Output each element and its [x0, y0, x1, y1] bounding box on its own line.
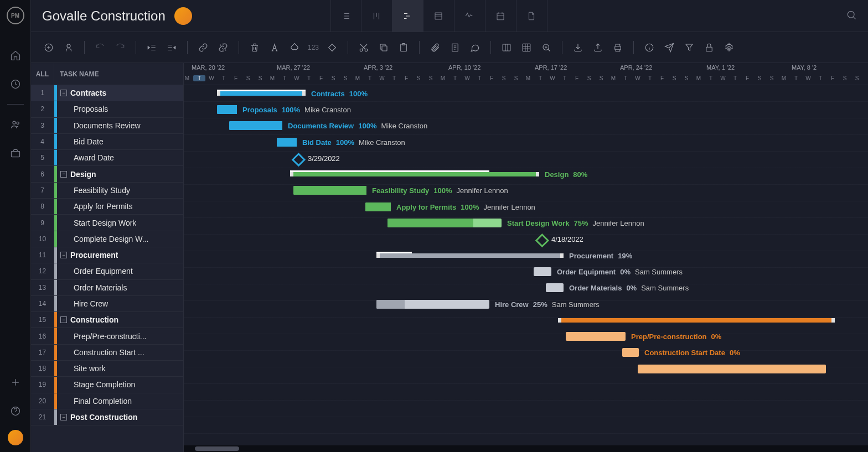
lock-icon[interactable]	[700, 39, 718, 56]
comments-icon[interactable]	[466, 39, 484, 56]
link-icon[interactable]	[194, 39, 212, 56]
day-label: T	[449, 75, 461, 81]
task-row[interactable]: 8 Apply for Permits	[31, 199, 183, 215]
task-row[interactable]: 3 Documents Review	[31, 118, 183, 134]
row-number: 21	[31, 409, 54, 425]
gantt-task-bar[interactable]: Start Design Work75%Jennifer Lennon	[388, 219, 502, 227]
home-icon[interactable]	[6, 45, 25, 65]
assign-icon[interactable]	[60, 39, 78, 56]
gantt-task-bar[interactable]	[638, 365, 826, 373]
task-row[interactable]: 19 Stage Completion	[31, 377, 183, 393]
help-icon[interactable]	[6, 401, 25, 421]
task-row[interactable]: 9 Start Design Work	[31, 215, 183, 231]
gantt-summary-bar[interactable]	[558, 318, 835, 323]
export-icon[interactable]	[589, 39, 607, 56]
collapse-icon[interactable]: −	[60, 316, 67, 323]
delete-icon[interactable]	[246, 39, 264, 56]
gantt-task-bar[interactable]: Prep/Pre-construction0%	[566, 332, 626, 341]
import-icon[interactable]	[569, 39, 587, 56]
unlink-icon[interactable]	[214, 39, 232, 56]
briefcase-icon[interactable]	[6, 143, 25, 163]
gantt-summary-bar[interactable]: Design80%	[290, 172, 539, 176]
collapse-icon[interactable]: −	[60, 414, 67, 420]
columns-icon[interactable]	[498, 39, 515, 56]
task-row[interactable]: 14 Hire Crew	[31, 296, 183, 312]
gantt-summary-bar[interactable]: Contracts100%	[217, 91, 306, 96]
task-row[interactable]: 12 Order Equipment	[31, 263, 183, 279]
clock-icon[interactable]	[6, 74, 25, 94]
redo-icon[interactable]	[111, 39, 129, 56]
gantt-task-bar[interactable]: Order Equipment0%Sam Summers	[534, 267, 551, 276]
grid-icon[interactable]	[518, 39, 535, 56]
day-label: W	[461, 75, 473, 81]
svg-rect-18	[523, 44, 530, 51]
cut-icon[interactable]	[355, 39, 373, 56]
info-icon[interactable]	[640, 39, 658, 56]
calendar-view-icon[interactable]	[485, 0, 516, 32]
outdent-icon[interactable]	[143, 39, 161, 56]
column-task-name[interactable]: TASK NAME	[54, 70, 99, 78]
gantt-body[interactable]: Contracts100%Proposals100%Mike CranstonD…	[184, 85, 868, 445]
gantt-milestone[interactable]	[535, 233, 549, 247]
gantt-milestone[interactable]	[292, 153, 306, 167]
task-row[interactable]: 11 − Procurement	[31, 247, 183, 263]
task-row[interactable]: 2 Proposals	[31, 101, 183, 117]
list-view-icon[interactable]	[330, 0, 361, 32]
gantt-task-bar[interactable]: Proposals100%Mike Cranston	[217, 105, 237, 114]
board-view-icon[interactable]	[361, 0, 392, 32]
team-icon[interactable]	[6, 115, 25, 134]
zoom-icon[interactable]	[538, 39, 555, 56]
gantt-task-bar[interactable]: Bid Date100%Mike Cranston	[277, 138, 297, 147]
add-task-icon[interactable]	[40, 39, 58, 56]
milestone-icon[interactable]	[323, 39, 341, 56]
undo-icon[interactable]	[91, 39, 109, 56]
gantt-task-bar[interactable]: Order Materials0%Sam Summers	[546, 283, 564, 292]
column-all[interactable]: ALL	[31, 63, 54, 85]
attachment-icon[interactable]	[426, 39, 444, 56]
search-icon[interactable]	[846, 9, 857, 22]
gantt-task-bar[interactable]: Hire Crew25%Sam Summers	[376, 300, 489, 309]
color-icon[interactable]	[286, 39, 303, 56]
add-icon[interactable]	[6, 372, 25, 392]
gantt-task-bar[interactable]: Construction Start Date0%	[622, 348, 639, 357]
gantt-task-bar[interactable]: Apply for Permits100%Jennifer Lennon	[365, 202, 391, 211]
task-row[interactable]: 20 Final Completion	[31, 393, 183, 409]
task-row[interactable]: 15 − Construction	[31, 312, 183, 328]
gantt-summary-bar[interactable]: Procurement19%	[376, 253, 564, 258]
task-row[interactable]: 1 − Contracts	[31, 85, 183, 101]
collapse-icon[interactable]: −	[60, 171, 67, 178]
project-avatar[interactable]	[174, 7, 192, 25]
user-avatar[interactable]	[8, 430, 23, 445]
send-icon[interactable]	[660, 39, 678, 56]
dashboard-view-icon[interactable]	[454, 0, 485, 32]
collapse-icon[interactable]: −	[60, 90, 67, 96]
task-row[interactable]: 4 Bid Date	[31, 134, 183, 150]
gantt-view-icon[interactable]	[392, 0, 423, 32]
task-row[interactable]: 17 Construction Start ...	[31, 345, 183, 361]
indent-icon[interactable]	[163, 39, 180, 56]
gantt-scrollbar[interactable]	[184, 445, 868, 452]
gantt-task-bar[interactable]: Documents Review100%Mike Cranston	[229, 121, 282, 130]
gantt-scrollbar-thumb[interactable]	[195, 446, 239, 451]
files-view-icon[interactable]	[516, 0, 547, 32]
task-row[interactable]: 16 Prep/Pre-constructi...	[31, 328, 183, 344]
task-row[interactable]: 10 Complete Design W...	[31, 231, 183, 247]
task-row[interactable]: 7 Feasibility Study	[31, 183, 183, 199]
text-style-icon[interactable]	[266, 39, 283, 56]
collapse-icon[interactable]: −	[60, 252, 67, 258]
task-row[interactable]: 18 Site work	[31, 361, 183, 377]
sheet-view-icon[interactable]	[423, 0, 454, 32]
day-label: W	[632, 75, 644, 81]
paste-icon[interactable]	[395, 39, 412, 56]
task-row[interactable]: 13 Order Materials	[31, 280, 183, 296]
print-icon[interactable]	[609, 39, 627, 56]
gantt-task-bar[interactable]: Feasibility Study100%Jennifer Lennon	[293, 186, 366, 195]
copy-icon[interactable]	[375, 39, 392, 56]
task-row[interactable]: 21 − Post Construction	[31, 409, 183, 425]
task-row[interactable]: 6 − Design	[31, 166, 183, 182]
settings-icon[interactable]	[720, 39, 738, 56]
filter-icon[interactable]	[680, 39, 698, 56]
notes-icon[interactable]	[446, 39, 464, 56]
task-row[interactable]: 5 Award Date	[31, 150, 183, 166]
app-logo[interactable]: PM	[7, 7, 24, 24]
